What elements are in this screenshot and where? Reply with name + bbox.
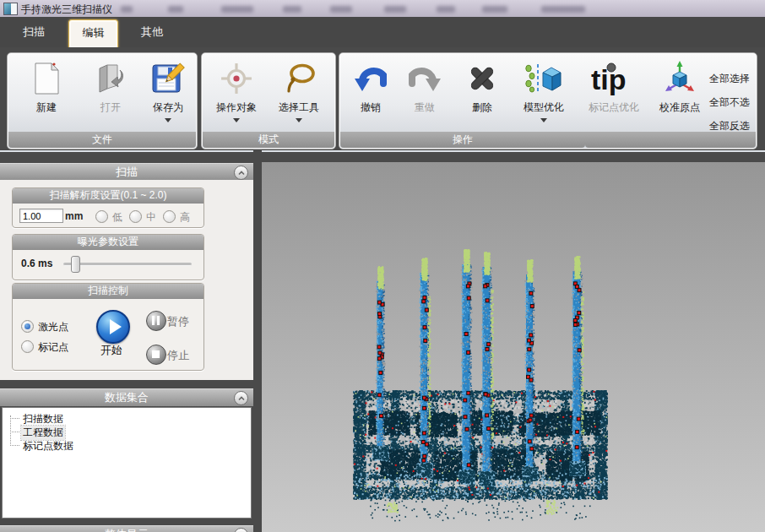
ribbon: 新建 打开 保存为 文件 操作对	[0, 47, 765, 152]
delete-x-icon	[458, 57, 507, 100]
pause-button[interactable]	[146, 311, 166, 331]
lasso-icon	[269, 57, 328, 100]
undo-button[interactable]: 撤销	[346, 57, 395, 115]
resolution-title: 扫描解析度设置(0.1 ~ 2.0)	[13, 188, 203, 204]
titlebar-ghost-text	[121, 6, 133, 13]
stop-label: 停止	[167, 348, 189, 363]
collapse-data-button[interactable]	[234, 391, 248, 405]
ribbon-group-ops: 撤销 重做 删除 模型优化	[339, 52, 757, 149]
collapse-scan-button[interactable]	[234, 166, 248, 180]
origin-axes-icon	[654, 57, 706, 100]
app-icon	[3, 3, 18, 15]
radio-laser-label: 激光点	[38, 320, 68, 334]
tab-other[interactable]: 其他	[128, 17, 176, 47]
chevron-up-icon	[236, 394, 247, 404]
tree-branch-stub	[10, 432, 19, 432]
dropdown-caret	[296, 118, 302, 126]
scan-section-header: 扫描	[0, 163, 253, 181]
radio-mid-label: 中	[146, 210, 156, 225]
titlebar-ghost-text	[168, 6, 183, 13]
titlebar-ghost-text	[330, 6, 352, 13]
select-tool-button[interactable]: 选择工具	[269, 57, 328, 126]
ribbon-group-mode: 操作对象 选择工具 模式	[201, 52, 336, 149]
stop-button[interactable]	[146, 345, 166, 365]
new-document-icon	[19, 57, 73, 100]
dropdown-caret	[165, 118, 171, 126]
tree-item-scan-data[interactable]: 扫描数据	[21, 412, 65, 426]
titlebar-ghost-text	[541, 6, 585, 13]
radio-low-label: 低	[112, 210, 122, 225]
save-as-button[interactable]: 保存为	[141, 57, 195, 126]
redo-icon	[400, 57, 449, 100]
open-folder-icon	[84, 57, 138, 100]
tree-item-project-data[interactable]: 工程数据	[21, 426, 65, 440]
viewport-3d[interactable]	[262, 162, 765, 532]
scan-control-groupbox: 扫描控制 激光点 标记点 开始 暂停 停止	[12, 283, 204, 371]
model-optimize-icon	[513, 57, 574, 100]
new-button[interactable]: 新建	[19, 57, 73, 115]
data-section-header: 数据集合	[0, 388, 253, 406]
calibrate-origin-button[interactable]: 校准原点	[654, 57, 706, 115]
tab-scan[interactable]: 扫描	[10, 17, 57, 47]
radio-high[interactable]	[163, 210, 176, 223]
model-optimize-button[interactable]: 模型优化	[513, 57, 574, 126]
marker-optimize-button[interactable]: tip 标记点优化	[579, 57, 648, 115]
tab-edit[interactable]: 编辑	[68, 19, 118, 48]
select-all-button[interactable]: 全部选择	[709, 72, 750, 86]
resolution-input[interactable]	[19, 209, 63, 223]
group-caption-mode: 模式	[203, 132, 334, 148]
undo-icon	[346, 57, 395, 100]
titlebar-ghost-text	[384, 6, 406, 13]
display-section-header: 整体显示	[0, 525, 253, 532]
title-bar: 手持激光三维扫描仪	[0, 0, 765, 18]
exposure-value: 0.6 ms	[21, 258, 52, 269]
target-crosshair-icon	[207, 57, 266, 100]
exposure-slider-track[interactable]	[63, 263, 192, 266]
redo-button[interactable]: 重做	[400, 57, 449, 115]
ribbon-group-file: 新建 打开 保存为 文件	[7, 52, 198, 149]
tree-branch-stub	[10, 418, 19, 419]
radio-mid[interactable]	[129, 210, 142, 223]
radio-laser-point[interactable]	[21, 320, 34, 333]
dropdown-caret	[540, 118, 547, 126]
start-label: 开始	[96, 343, 127, 358]
scan-control-title: 扫描控制	[13, 284, 203, 299]
ribbon-tab-bar: 扫描 编辑 其他	[0, 17, 765, 47]
radio-low[interactable]	[95, 210, 108, 223]
save-floppy-icon	[141, 57, 195, 100]
radio-marker-point[interactable]	[21, 340, 34, 353]
exposure-groupbox: 曝光参数设置 0.6 ms	[12, 234, 204, 280]
play-icon	[110, 319, 122, 334]
dropdown-caret	[233, 118, 240, 126]
tip-icon: tip	[579, 57, 648, 100]
stop-icon	[152, 350, 160, 358]
group-caption-ops: 操作	[340, 132, 585, 148]
titlebar-ghost-text	[437, 6, 455, 13]
app-window: 手持激光三维扫描仪 扫描 编辑 其他 新建	[0, 0, 765, 532]
tree-branch-line	[10, 415, 11, 446]
pause-icon	[152, 316, 155, 325]
titlebar-ghost-text	[283, 6, 301, 13]
radio-high-label: 高	[180, 210, 190, 225]
radio-marker-label: 标记点	[38, 340, 68, 355]
start-button[interactable]	[96, 310, 130, 344]
delete-button[interactable]: 删除	[458, 57, 507, 115]
window-title: 手持激光三维扫描仪	[21, 3, 112, 17]
select-none-button[interactable]: 全部不选	[709, 95, 750, 110]
chevron-up-icon	[236, 168, 247, 178]
operate-object-button[interactable]: 操作对象	[207, 57, 266, 126]
tree-branch-stub	[10, 445, 19, 446]
resolution-unit: mm	[65, 210, 83, 222]
collapse-display-button[interactable]	[234, 528, 248, 532]
tree-item-marker-data[interactable]: 标记点数据	[21, 439, 75, 453]
exposure-title: 曝光参数设置	[13, 235, 203, 250]
data-tree: 扫描数据 工程数据 标记点数据	[2, 407, 252, 518]
pause-label: 暂停	[167, 314, 189, 329]
exposure-slider-handle[interactable]	[71, 256, 80, 273]
titlebar-ghost-text	[482, 6, 507, 13]
open-button[interactable]: 打开	[84, 57, 138, 115]
group-caption-ops-2	[585, 132, 756, 148]
panel-gutter	[253, 150, 262, 532]
group-caption-file: 文件	[8, 132, 196, 148]
titlebar-ghost-text	[221, 6, 253, 13]
